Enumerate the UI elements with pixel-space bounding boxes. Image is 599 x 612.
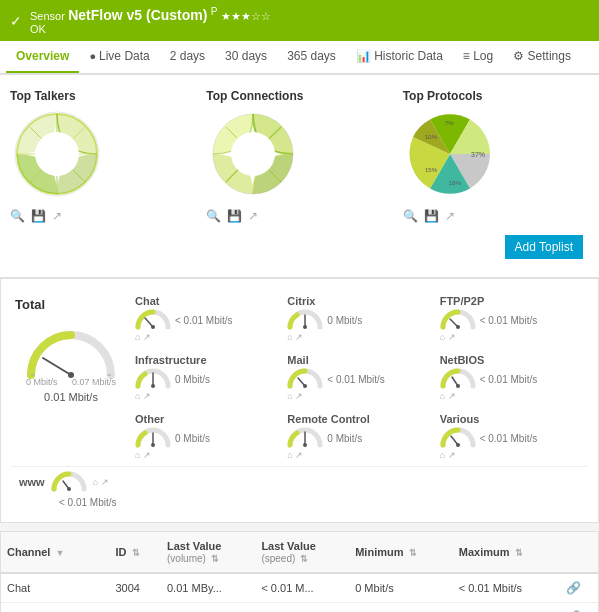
gauge-other-value: 0 Mbit/s <box>175 433 210 444</box>
gauge-mail-svg <box>287 368 323 390</box>
gauge-citrix-value: 0 Mbit/s <box>327 315 362 326</box>
top-protocols-title: Top Protocols <box>403 89 589 103</box>
gauge-other-svg <box>135 427 171 449</box>
star-rating[interactable]: ★★★☆☆ <box>221 10 271 22</box>
gauge-section: Total 0 Mbit/s 0.07 Mbit/s 0.01 Mbit/s <box>0 278 599 523</box>
open-icon[interactable]: ↗ <box>52 209 62 223</box>
nav-tabs: Overview ●Live Data 2 days 30 days 365 d… <box>0 41 599 74</box>
gauge-various-icons: ⌂ ↗ <box>440 450 584 460</box>
tab-settings[interactable]: ⚙ Settings <box>503 41 581 73</box>
gauge-mail-value: < 0.01 Mbit/s <box>327 374 385 385</box>
svg-point-25 <box>456 384 460 388</box>
col-maximum[interactable]: Maximum ⇅ <box>453 532 560 573</box>
zoom-icon-3[interactable]: 🔍 <box>403 209 418 223</box>
gauge-citrix-label: Citrix <box>287 295 431 307</box>
gauge-various: Various < 0.01 Mbit/s ⌂ ↗ <box>436 407 588 466</box>
tab-2days[interactable]: 2 days <box>160 41 215 73</box>
save-icon-2[interactable]: 💾 <box>227 209 242 223</box>
svg-point-33 <box>67 487 71 491</box>
top-talkers-block: Top Talkers 🔍 💾 ↗ <box>10 89 196 223</box>
gauge-ftp-svg <box>440 309 476 331</box>
gauge-ftp: FTP/P2P < 0.01 Mbit/s ⌂ ↗ <box>436 289 588 348</box>
gauge-infra-value: 0 Mbit/s <box>175 374 210 385</box>
status-badge: OK <box>30 23 271 35</box>
cell-last-vol: 0 MByte <box>161 603 255 613</box>
sort-min-icon: ⇅ <box>409 548 417 558</box>
tab-live-data[interactable]: ●Live Data <box>79 41 159 73</box>
cell-maximum: < 0.01 Mbit/s <box>453 603 560 613</box>
www-gauge-svg <box>51 471 87 493</box>
cell-minimum: 0 Mbit/s <box>349 603 453 613</box>
col-minimum[interactable]: Minimum ⇅ <box>349 532 453 573</box>
gauge-chat-label: Chat <box>135 295 279 307</box>
col-last-speed[interactable]: Last Value(speed) ⇅ <box>255 532 349 573</box>
top-connections-icons: 🔍 💾 ↗ <box>206 209 392 223</box>
www-label: www <box>19 476 45 488</box>
sort-speed-icon: ⇅ <box>300 554 308 564</box>
top-connections-block: Top Connections 🔍 💾 ↗ <box>206 89 392 223</box>
svg-point-27 <box>151 443 155 447</box>
col-actions <box>560 532 598 573</box>
gauge-chat-svg <box>135 309 171 331</box>
sensor-label: Sensor <box>30 10 65 22</box>
open-icon-3[interactable]: ↗ <box>445 209 455 223</box>
gauge-remote-svg <box>287 427 323 449</box>
table-row: Citrix 3010 0 MByte 0 Mbit/s 0 Mbit/s < … <box>1 603 598 613</box>
col-channel[interactable]: Channel ▼ <box>1 532 109 573</box>
sort-max-icon: ⇅ <box>515 548 523 558</box>
page-title: NetFlow v5 (Custom) <box>68 7 207 23</box>
tab-log[interactable]: ≡ Log <box>453 41 503 73</box>
gauge-netbios-label: NetBIOS <box>440 354 584 366</box>
header: ✓ Sensor NetFlow v5 (Custom) P ★★★☆☆ OK <box>0 0 599 41</box>
gauge-chat-icons: ⌂ ↗ <box>135 332 279 342</box>
gauge-mail-icons: ⌂ ↗ <box>287 391 431 401</box>
svg-text:7%: 7% <box>445 120 454 126</box>
add-toplist-button[interactable]: Add Toplist <box>505 235 583 259</box>
svg-text:37%: 37% <box>471 151 485 158</box>
col-id[interactable]: ID ⇅ <box>109 532 161 573</box>
top-talkers-icons: 🔍 💾 ↗ <box>10 209 196 223</box>
top-protocols-block: Top Protocols 37% 18% 15% 10% <box>403 89 589 223</box>
save-icon[interactable]: 💾 <box>31 209 46 223</box>
cell-action[interactable]: 🔗 <box>560 573 598 603</box>
col-last-vol[interactable]: Last Value(volume) ⇅ <box>161 532 255 573</box>
svg-point-21 <box>151 384 155 388</box>
table-row: Chat 3004 0.01 MBy... < 0.01 M... 0 Mbit… <box>1 573 598 603</box>
zoom-icon[interactable]: 🔍 <box>10 209 25 223</box>
main-gauge-svg <box>21 320 121 385</box>
www-row: www ⌂ ↗ <box>11 466 588 497</box>
top-connections-title: Top Connections <box>206 89 392 103</box>
cell-last-speed: < 0.01 M... <box>255 573 349 603</box>
tab-overview[interactable]: Overview <box>6 41 79 73</box>
gauge-mail-label: Mail <box>287 354 431 366</box>
zoom-icon-2[interactable]: 🔍 <box>206 209 221 223</box>
gauge-other: Other 0 Mbit/s ⌂ ↗ <box>131 407 283 466</box>
tab-historic[interactable]: 📊 Historic Data <box>346 41 453 73</box>
tab-365days[interactable]: 365 days <box>277 41 346 73</box>
gauge-various-svg <box>440 427 476 449</box>
link-icon[interactable]: 🔗 <box>566 581 581 595</box>
top-protocols-icons: 🔍 💾 ↗ <box>403 209 589 223</box>
open-icon-2[interactable]: ↗ <box>248 209 258 223</box>
svg-text:15%: 15% <box>425 167 438 173</box>
cell-id: 3010 <box>109 603 161 613</box>
top-connections-chart <box>206 107 301 202</box>
data-table-section: Channel ▼ ID ⇅ Last Value(volume) ⇅ Last… <box>0 531 599 612</box>
gauge-max: 0.07 Mbit/s <box>72 377 116 387</box>
tab-30days[interactable]: 30 days <box>215 41 277 73</box>
cell-action[interactable]: 🔗 <box>560 603 598 613</box>
gauge-infra: Infrastructure 0 Mbit/s ⌂ ↗ <box>131 348 283 407</box>
toplists-section: Top Talkers 🔍 💾 ↗ <box>0 74 599 278</box>
gauge-other-icons: ⌂ ↗ <box>135 450 279 460</box>
sort-vol-icon: ⇅ <box>211 554 219 564</box>
svg-point-23 <box>303 384 307 388</box>
cell-last-vol: 0.01 MBy... <box>161 573 255 603</box>
save-icon-3[interactable]: 💾 <box>424 209 439 223</box>
gauge-remote-value: 0 Mbit/s <box>327 433 362 444</box>
svg-point-29 <box>303 443 307 447</box>
gauge-citrix: Citrix 0 Mbit/s ⌂ ↗ <box>283 289 435 348</box>
gauge-netbios: NetBIOS < 0.01 Mbit/s ⌂ ↗ <box>436 348 588 407</box>
gauge-remote-icons: ⌂ ↗ <box>287 450 431 460</box>
gauge-netbios-svg <box>440 368 476 390</box>
svg-point-4 <box>231 132 275 176</box>
